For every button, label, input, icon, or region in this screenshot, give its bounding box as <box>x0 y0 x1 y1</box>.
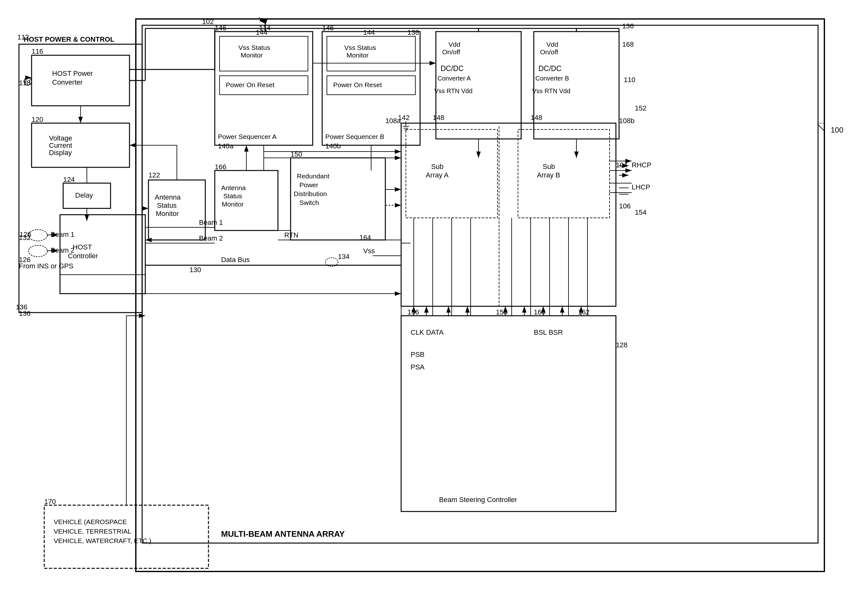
svg-text:Delay: Delay <box>75 191 93 199</box>
svg-rect-3 <box>136 19 824 571</box>
svg-text:Antenna: Antenna <box>155 193 181 201</box>
svg-text:Vss RTN Vdd: Vss RTN Vdd <box>434 88 472 94</box>
svg-text:RHCP: RHCP <box>632 161 651 169</box>
svg-rect-90 <box>401 123 616 306</box>
svg-rect-99 <box>401 316 616 512</box>
svg-text:Power Sequencer A: Power Sequencer A <box>218 133 277 140</box>
svg-text:138: 138 <box>407 28 419 36</box>
svg-text:Array B: Array B <box>537 171 560 179</box>
svg-text:Vss Status: Vss Status <box>238 44 270 51</box>
svg-text:CLK DATA: CLK DATA <box>411 328 444 336</box>
svg-text:VEHICLE, TERRESTRIAL: VEHICLE, TERRESTRIAL <box>54 528 131 535</box>
svg-text:152: 152 <box>635 104 646 112</box>
svg-text:104: 104 <box>616 161 628 169</box>
svg-text:Power On Reset: Power On Reset <box>333 81 382 88</box>
svg-text:118: 118 <box>19 79 31 87</box>
svg-text:Beam 2: Beam 2 <box>199 234 223 242</box>
diagram-container: 100 HOST POWER & CONTROL 112 HOST Power … <box>0 0 849 616</box>
svg-text:Switch: Switch <box>299 199 319 206</box>
svg-text:Beam Steering Controller: Beam Steering Controller <box>439 496 517 504</box>
svg-text:128: 128 <box>616 341 628 349</box>
svg-text:PSB: PSB <box>411 350 424 359</box>
svg-text:124: 124 <box>63 176 75 183</box>
svg-text:166: 166 <box>215 163 226 171</box>
svg-text:110: 110 <box>624 76 636 84</box>
svg-text:Converter B: Converter B <box>535 75 569 82</box>
svg-text:Converter: Converter <box>52 78 83 86</box>
svg-text:Antenna: Antenna <box>221 184 246 191</box>
svg-text:Display: Display <box>49 149 72 156</box>
svg-text:Monitor: Monitor <box>241 52 263 59</box>
svg-text:Vdd: Vdd <box>547 41 558 48</box>
svg-text:154: 154 <box>635 208 646 216</box>
svg-text:116: 116 <box>31 48 43 55</box>
svg-text:VEHICLE (AEROSPACE: VEHICLE (AEROSPACE <box>54 518 127 525</box>
svg-text:Vdd: Vdd <box>448 41 460 48</box>
svg-text:Monitor: Monitor <box>222 201 244 208</box>
svg-text:134: 134 <box>338 253 350 260</box>
svg-text:On/off: On/off <box>442 48 460 55</box>
svg-text:168: 168 <box>622 40 634 48</box>
svg-text:Beam 1: Beam 1 <box>199 219 223 226</box>
svg-text:HOST: HOST <box>73 243 92 251</box>
svg-text:Redundant: Redundant <box>297 173 329 180</box>
svg-text:136: 136 <box>16 303 27 311</box>
svg-text:Array A: Array A <box>426 171 448 179</box>
svg-text:112: 112 <box>17 33 29 41</box>
svg-text:RTN: RTN <box>284 231 298 239</box>
svg-text:140a: 140a <box>218 142 234 150</box>
svg-text:140b: 140b <box>325 142 341 150</box>
svg-text:156: 156 <box>407 308 419 316</box>
svg-text:126: 126 <box>19 231 31 238</box>
svg-text:HOST Power: HOST Power <box>52 70 93 77</box>
svg-text:PSA: PSA <box>411 363 424 371</box>
svg-point-26 <box>28 229 48 241</box>
svg-point-29 <box>28 246 48 257</box>
svg-text:Data Bus: Data Bus <box>221 256 250 263</box>
svg-text:On/off: On/off <box>540 48 558 55</box>
svg-rect-43 <box>142 25 818 543</box>
svg-text:Sub: Sub <box>543 162 555 171</box>
svg-text:126: 126 <box>19 256 31 263</box>
svg-text:Voltage: Voltage <box>49 134 72 142</box>
svg-text:Vss: Vss <box>363 247 375 255</box>
svg-text:Distribution: Distribution <box>294 190 327 197</box>
svg-text:MULTI-BEAM ANTENNA ARRAY: MULTI-BEAM ANTENNA ARRAY <box>221 529 345 539</box>
svg-text:162: 162 <box>578 308 590 316</box>
svg-text:142: 142 <box>398 114 410 122</box>
svg-text:Status: Status <box>157 201 177 209</box>
svg-text:158: 158 <box>496 308 508 316</box>
svg-text:Vss Status: Vss Status <box>344 44 376 51</box>
svg-text:122: 122 <box>149 171 160 179</box>
main-diagram: 100 HOST POWER & CONTROL 112 HOST Power … <box>0 0 849 616</box>
svg-text:Status: Status <box>223 192 242 199</box>
svg-text:148: 148 <box>433 114 444 122</box>
svg-text:BSL BSR: BSL BSR <box>534 328 563 336</box>
svg-text:DC/DC: DC/DC <box>539 64 562 73</box>
svg-text:130: 130 <box>189 266 201 274</box>
svg-text:HOST POWER & CONTROL: HOST POWER & CONTROL <box>24 35 114 43</box>
svg-text:Monitor: Monitor <box>156 210 179 217</box>
svg-text:Power: Power <box>299 181 318 189</box>
svg-text:106: 106 <box>619 202 631 210</box>
svg-text:LHCP: LHCP <box>632 183 650 191</box>
svg-rect-17 <box>31 123 130 167</box>
svg-text:Converter A: Converter A <box>438 75 471 82</box>
svg-text:164: 164 <box>359 234 371 241</box>
svg-line-5 <box>818 125 824 131</box>
svg-text:136: 136 <box>622 22 634 30</box>
svg-text:148: 148 <box>531 114 542 122</box>
svg-rect-49 <box>219 36 308 71</box>
svg-text:108b: 108b <box>619 117 635 125</box>
svg-text:Current: Current <box>49 141 72 149</box>
svg-text:Power Sequencer B: Power Sequencer B <box>325 133 384 140</box>
svg-text:Beam 1: Beam 1 <box>51 231 74 238</box>
svg-text:VEHICLE, WATERCRAFT, ETC.): VEHICLE, WATERCRAFT, ETC.) <box>54 537 151 544</box>
svg-text:Sub: Sub <box>431 162 444 171</box>
svg-rect-58 <box>327 36 416 71</box>
svg-text:DC/DC: DC/DC <box>441 64 464 73</box>
svg-text:144: 144 <box>363 28 375 36</box>
svg-text:120: 120 <box>31 116 43 123</box>
svg-rect-110 <box>44 505 209 568</box>
svg-text:102: 102 <box>202 18 214 25</box>
